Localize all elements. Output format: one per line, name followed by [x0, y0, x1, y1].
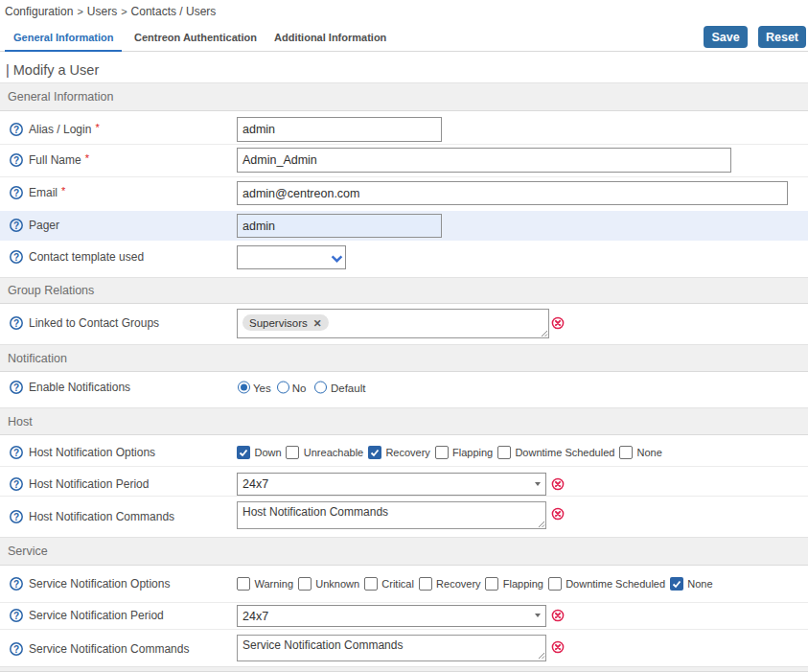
svg-text:?: ?	[13, 479, 19, 490]
svg-text:?: ?	[13, 644, 19, 655]
svg-text:?: ?	[13, 382, 19, 393]
svg-text:?: ?	[13, 125, 19, 135]
svg-text:?: ?	[13, 155, 19, 166]
svg-text:?: ?	[13, 318, 19, 329]
svg-text:?: ?	[13, 611, 19, 621]
svg-text:?: ?	[13, 220, 19, 231]
svg-text:?: ?	[13, 579, 19, 590]
svg-text:?: ?	[13, 448, 19, 458]
svg-text:?: ?	[13, 188, 19, 198]
svg-text:?: ?	[13, 252, 19, 263]
svg-text:?: ?	[13, 512, 19, 522]
